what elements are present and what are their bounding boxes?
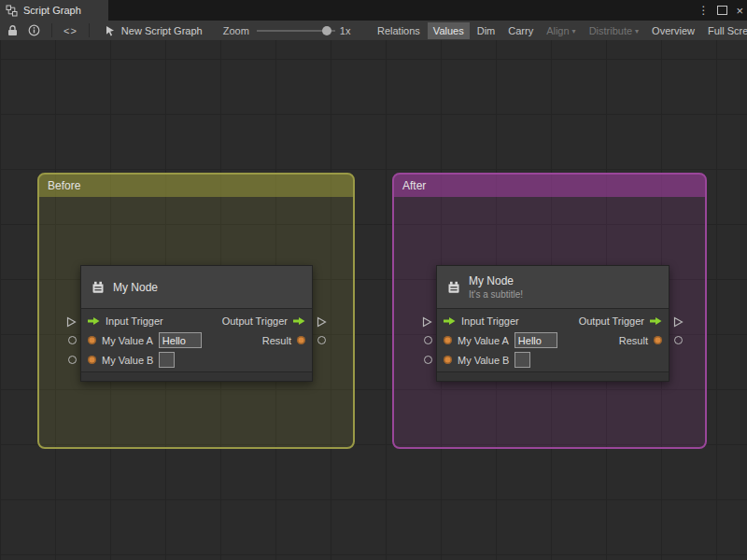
node-header[interactable]: My Node (81, 266, 312, 309)
value-port-icon[interactable] (88, 336, 96, 344)
relations-button[interactable]: Relations (372, 22, 426, 39)
group-after-header[interactable]: After (394, 175, 705, 197)
node-footer (437, 371, 669, 381)
flow-arrow-icon[interactable] (293, 316, 305, 326)
info-icon[interactable] (28, 24, 40, 36)
port-label-output-trigger: Output Trigger (222, 315, 288, 327)
graph-pointer-icon (105, 25, 116, 36)
value-port-icon[interactable] (654, 336, 662, 344)
value-b-field[interactable] (159, 352, 175, 368)
align-dropdown[interactable]: Align ▾ (541, 22, 581, 39)
node-title: My Node (469, 274, 523, 287)
ext-value-a-port[interactable] (68, 336, 77, 344)
group-title: After (402, 179, 426, 192)
script-graph-window: Script Graph ⋮ × <> New Script Graph Zoo… (0, 0, 747, 560)
ext-output-trigger-port[interactable] (316, 315, 327, 331)
fullscreen-button[interactable]: Full Screen (702, 22, 747, 39)
group-before-header[interactable]: Before (39, 175, 353, 197)
maximize-icon[interactable] (717, 6, 727, 15)
port-label-value-b: My Value B (102, 355, 153, 366)
node-subtitle: It's a subtitle! (469, 289, 523, 300)
value-port-icon[interactable] (444, 336, 452, 344)
port-label-value-a: My Value A (102, 335, 153, 346)
ext-output-trigger-port[interactable] (672, 315, 684, 331)
tab-title: Script Graph (23, 5, 81, 16)
value-b-field[interactable] (514, 352, 530, 368)
distribute-label: Distribute (589, 25, 632, 36)
value-port-icon[interactable] (444, 356, 452, 364)
carry-button[interactable]: Carry (502, 22, 539, 39)
menu-kebab-icon[interactable]: ⋮ (698, 4, 709, 17)
window-controls: ⋮ × (698, 0, 743, 21)
flow-arrow-icon[interactable] (88, 316, 100, 326)
tab-script-graph[interactable]: Script Graph (0, 0, 108, 21)
dim-button[interactable]: Dim (472, 22, 501, 39)
lock-icon[interactable] (7, 24, 18, 36)
tab-bar: Script Graph ⋮ × (0, 0, 747, 21)
overview-button[interactable]: Overview (646, 22, 700, 39)
graph-name-label[interactable]: New Script Graph (121, 25, 203, 36)
ext-input-trigger-port[interactable] (65, 315, 77, 331)
port-label-result: Result (619, 335, 648, 346)
chevron-down-icon: ▾ (572, 28, 576, 35)
node-ports: Input Trigger Output Trigger My Value A … (81, 309, 312, 371)
zoom-slider-knob[interactable] (322, 26, 331, 35)
script-graph-icon (6, 5, 18, 17)
port-label-input-trigger: Input Trigger (106, 315, 163, 327)
zoom-slider[interactable] (257, 26, 335, 35)
node-ports: Input Trigger Output Trigger My Value A … (437, 309, 669, 371)
value-port-icon[interactable] (88, 356, 96, 364)
code-view-icon[interactable]: <> (63, 25, 78, 36)
toolbar-separator (51, 23, 52, 37)
port-label-value-b: My Value B (458, 355, 509, 366)
toolbar-buttons: Relations Values Dim Carry Align ▾ Distr… (372, 21, 747, 40)
chevron-down-icon: ▾ (635, 28, 639, 35)
align-label: Align (546, 25, 569, 36)
value-a-field[interactable] (159, 332, 202, 348)
port-label-input-trigger: Input Trigger (461, 315, 519, 327)
ext-result-port[interactable] (674, 336, 683, 344)
values-button[interactable]: Values (428, 22, 470, 39)
node-title: My Node (113, 281, 158, 294)
node-icon (91, 280, 106, 295)
port-label-output-trigger: Output Trigger (579, 315, 644, 327)
node-my-node-after[interactable]: My Node It's a subtitle! Input Trigger O… (436, 265, 669, 382)
node-icon (446, 280, 461, 295)
ext-result-port[interactable] (317, 336, 326, 344)
port-label-value-a: My Value A (458, 335, 509, 346)
node-footer (81, 371, 312, 381)
close-icon[interactable]: × (736, 4, 743, 18)
value-a-field[interactable] (514, 332, 557, 348)
node-my-node-before[interactable]: My Node Input Trigger Output Trigger My … (80, 265, 313, 382)
flow-arrow-icon[interactable] (650, 316, 662, 326)
node-header[interactable]: My Node It's a subtitle! (437, 266, 669, 309)
toolbar-left: <> New Script Graph Zoom 1x (0, 21, 350, 40)
ext-value-b-port[interactable] (424, 356, 432, 364)
group-title: Before (48, 179, 80, 192)
zoom-label: Zoom (223, 25, 249, 36)
ext-value-a-port[interactable] (424, 336, 432, 344)
port-label-result: Result (262, 335, 291, 346)
toolbar-separator (89, 23, 90, 37)
ext-input-trigger-port[interactable] (421, 315, 432, 331)
ext-value-b-port[interactable] (68, 356, 77, 364)
distribute-dropdown[interactable]: Distribute ▾ (584, 22, 644, 39)
value-port-icon[interactable] (297, 336, 305, 344)
zoom-value: 1x (340, 25, 351, 36)
flow-arrow-icon[interactable] (444, 316, 456, 326)
